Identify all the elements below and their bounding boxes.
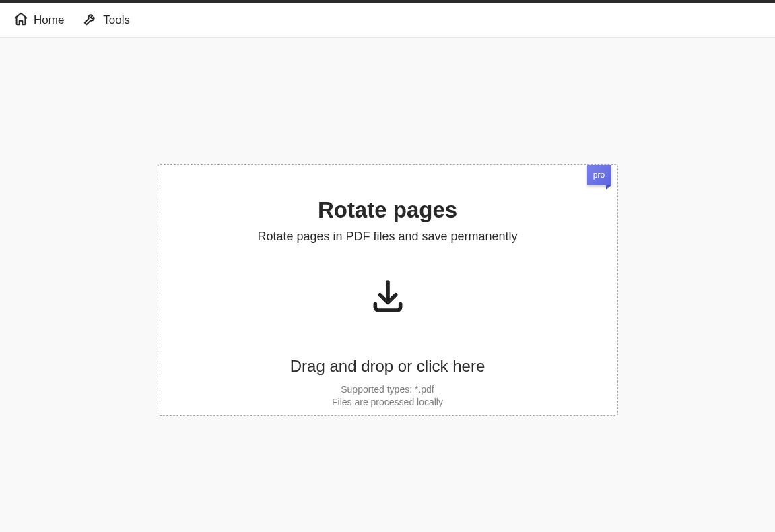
pro-badge: pro <box>586 165 612 188</box>
page-subtitle: Rotate pages in PDF files and save perma… <box>257 230 517 244</box>
pro-badge-label: pro <box>593 170 605 180</box>
supported-types-text: Supported types: *.pdf <box>341 384 434 395</box>
navbar: Home Tools <box>0 3 775 38</box>
file-dropzone[interactable]: pro Rotate pages Rotate pages in PDF fil… <box>158 164 618 416</box>
dropzone-cta: Drag and drop or click here <box>290 357 485 376</box>
nav-tools-label: Tools <box>103 13 130 27</box>
home-icon <box>13 11 28 30</box>
main-content: pro Rotate pages Rotate pages in PDF fil… <box>0 38 775 416</box>
nav-home-label: Home <box>34 13 64 27</box>
download-icon <box>369 277 407 318</box>
nav-tools[interactable]: Tools <box>83 11 130 30</box>
tools-icon <box>83 11 98 30</box>
page-title: Rotate pages <box>318 197 457 223</box>
local-processing-text: Files are processed locally <box>332 397 443 407</box>
pro-ribbon: pro <box>587 165 611 185</box>
nav-home[interactable]: Home <box>13 11 64 30</box>
